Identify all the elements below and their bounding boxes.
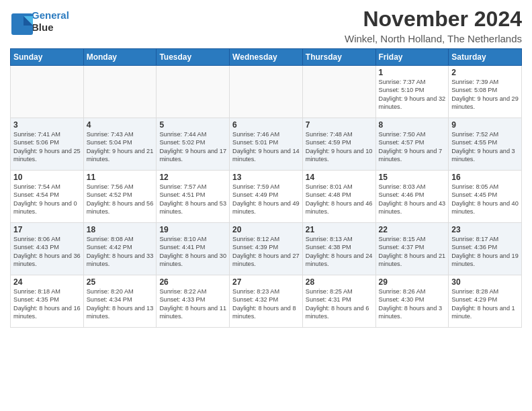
day-number: 11 (87, 173, 154, 182)
day-info: Sunrise: 7:41 AM Sunset: 5:06 PM Dayligh… (13, 130, 81, 164)
day-info: Sunrise: 7:50 AM Sunset: 4:57 PM Dayligh… (379, 130, 446, 164)
header-sunday: Sunday (11, 49, 84, 66)
day-number: 20 (232, 225, 300, 234)
calendar-table: Sunday Monday Tuesday Wednesday Thursday… (10, 48, 522, 328)
day-number: 30 (451, 277, 519, 287)
table-row: 15Sunrise: 8:03 AM Sunset: 4:46 PM Dayli… (375, 171, 449, 223)
day-number: 6 (232, 120, 300, 130)
day-info: Sunrise: 8:10 AM Sunset: 4:41 PM Dayligh… (159, 235, 226, 269)
day-info: Sunrise: 7:39 AM Sunset: 5:08 PM Dayligh… (451, 78, 519, 111)
day-info: Sunrise: 8:08 AM Sunset: 4:42 PM Dayligh… (87, 235, 154, 269)
day-number: 23 (451, 225, 519, 234)
day-info: Sunrise: 7:37 AM Sunset: 5:10 PM Dayligh… (379, 78, 446, 111)
table-row: 28Sunrise: 8:25 AM Sunset: 4:31 PM Dayli… (302, 275, 375, 328)
title-area: November 2024 Winkel, North Holland, The… (345, 7, 522, 44)
day-info: Sunrise: 8:15 AM Sunset: 4:37 PM Dayligh… (379, 235, 446, 269)
table-row: 10Sunrise: 7:54 AM Sunset: 4:54 PM Dayli… (11, 171, 84, 223)
table-row: 25Sunrise: 8:20 AM Sunset: 4:34 PM Dayli… (83, 275, 157, 328)
day-number: 28 (306, 277, 373, 287)
day-info: Sunrise: 7:54 AM Sunset: 4:54 PM Dayligh… (13, 183, 81, 216)
header-tuesday: Tuesday (157, 49, 230, 66)
day-info: Sunrise: 8:01 AM Sunset: 4:48 PM Dayligh… (306, 183, 373, 216)
day-number: 4 (87, 120, 154, 130)
table-row: 12Sunrise: 7:57 AM Sunset: 4:51 PM Dayli… (157, 171, 230, 223)
day-info: Sunrise: 7:52 AM Sunset: 4:55 PM Dayligh… (451, 130, 519, 164)
day-number: 2 (451, 68, 519, 77)
day-number: 21 (306, 225, 373, 234)
day-info: Sunrise: 7:48 AM Sunset: 4:59 PM Dayligh… (306, 130, 373, 164)
table-row: 7Sunrise: 7:48 AM Sunset: 4:59 PM Daylig… (302, 118, 375, 171)
month-title: November 2024 (345, 7, 522, 32)
day-info: Sunrise: 8:23 AM Sunset: 4:32 PM Dayligh… (232, 287, 300, 321)
table-row: 4Sunrise: 7:43 AM Sunset: 5:04 PM Daylig… (83, 118, 157, 171)
table-row: 22Sunrise: 8:15 AM Sunset: 4:37 PM Dayli… (375, 223, 449, 275)
table-row: 30Sunrise: 8:28 AM Sunset: 4:29 PM Dayli… (449, 275, 522, 328)
day-number: 17 (13, 225, 81, 234)
day-info: Sunrise: 8:18 AM Sunset: 4:35 PM Dayligh… (13, 287, 81, 321)
day-info: Sunrise: 8:26 AM Sunset: 4:30 PM Dayligh… (379, 287, 446, 321)
day-number: 7 (306, 120, 373, 130)
logo: General Blue (10, 9, 69, 34)
day-number: 15 (379, 173, 446, 182)
day-number: 5 (159, 120, 226, 130)
day-number: 22 (379, 225, 446, 234)
day-info: Sunrise: 8:06 AM Sunset: 4:43 PM Dayligh… (13, 235, 81, 269)
day-info: Sunrise: 8:25 AM Sunset: 4:31 PM Dayligh… (306, 287, 373, 321)
day-number: 26 (159, 277, 226, 287)
table-row: 17Sunrise: 8:06 AM Sunset: 4:43 PM Dayli… (11, 223, 84, 275)
table-row: 18Sunrise: 8:08 AM Sunset: 4:42 PM Dayli… (83, 223, 157, 275)
day-number: 29 (379, 277, 446, 287)
table-row: 3Sunrise: 7:41 AM Sunset: 5:06 PM Daylig… (11, 118, 84, 171)
day-number: 13 (232, 173, 300, 182)
header-thursday: Thursday (302, 49, 375, 66)
day-info: Sunrise: 7:46 AM Sunset: 5:01 PM Dayligh… (232, 130, 300, 164)
calendar-week-row: 17Sunrise: 8:06 AM Sunset: 4:43 PM Dayli… (11, 223, 522, 275)
table-row: 19Sunrise: 8:10 AM Sunset: 4:41 PM Dayli… (157, 223, 230, 275)
table-row: 14Sunrise: 8:01 AM Sunset: 4:48 PM Dayli… (302, 171, 375, 223)
table-row: 24Sunrise: 8:18 AM Sunset: 4:35 PM Dayli… (11, 275, 84, 328)
table-row: 5Sunrise: 7:44 AM Sunset: 5:02 PM Daylig… (157, 118, 230, 171)
day-number: 24 (13, 277, 81, 287)
day-info: Sunrise: 8:17 AM Sunset: 4:36 PM Dayligh… (451, 235, 519, 269)
logo-text: General Blue (32, 9, 69, 34)
table-row (83, 66, 157, 118)
table-row (157, 66, 230, 118)
table-row: 23Sunrise: 8:17 AM Sunset: 4:36 PM Dayli… (449, 223, 522, 275)
day-number: 18 (87, 225, 154, 234)
day-info: Sunrise: 8:12 AM Sunset: 4:39 PM Dayligh… (232, 235, 300, 269)
table-row: 6Sunrise: 7:46 AM Sunset: 5:01 PM Daylig… (230, 118, 303, 171)
table-row: 9Sunrise: 7:52 AM Sunset: 4:55 PM Daylig… (449, 118, 522, 171)
day-number: 9 (451, 120, 519, 130)
day-number: 8 (379, 120, 446, 130)
day-info: Sunrise: 8:20 AM Sunset: 4:34 PM Dayligh… (87, 287, 154, 321)
day-number: 1 (379, 68, 446, 77)
day-info: Sunrise: 7:57 AM Sunset: 4:51 PM Dayligh… (159, 183, 226, 216)
table-row (230, 66, 303, 118)
table-row: 13Sunrise: 7:59 AM Sunset: 4:49 PM Dayli… (230, 171, 303, 223)
day-number: 16 (451, 173, 519, 182)
day-info: Sunrise: 8:22 AM Sunset: 4:33 PM Dayligh… (159, 287, 226, 321)
day-number: 14 (306, 173, 373, 182)
header-friday: Friday (375, 49, 449, 66)
day-number: 27 (232, 277, 300, 287)
table-row: 11Sunrise: 7:56 AM Sunset: 4:52 PM Dayli… (83, 171, 157, 223)
day-info: Sunrise: 7:59 AM Sunset: 4:49 PM Dayligh… (232, 183, 300, 216)
table-row: 21Sunrise: 8:13 AM Sunset: 4:38 PM Dayli… (302, 223, 375, 275)
day-number: 19 (159, 225, 226, 234)
day-info: Sunrise: 7:43 AM Sunset: 5:04 PM Dayligh… (87, 130, 154, 164)
header-monday: Monday (83, 49, 157, 66)
calendar-week-row: 10Sunrise: 7:54 AM Sunset: 4:54 PM Dayli… (11, 171, 522, 223)
calendar-header-row: Sunday Monday Tuesday Wednesday Thursday… (11, 49, 522, 66)
day-number: 10 (13, 173, 81, 182)
header: General Blue November 2024 Winkel, North… (10, 7, 522, 44)
table-row: 8Sunrise: 7:50 AM Sunset: 4:57 PM Daylig… (375, 118, 449, 171)
calendar-week-row: 3Sunrise: 7:41 AM Sunset: 5:06 PM Daylig… (11, 118, 522, 171)
table-row: 16Sunrise: 8:05 AM Sunset: 4:45 PM Dayli… (449, 171, 522, 223)
day-info: Sunrise: 7:44 AM Sunset: 5:02 PM Dayligh… (159, 130, 226, 164)
table-row (302, 66, 375, 118)
table-row (11, 66, 84, 118)
day-info: Sunrise: 7:56 AM Sunset: 4:52 PM Dayligh… (87, 183, 154, 216)
day-info: Sunrise: 8:03 AM Sunset: 4:46 PM Dayligh… (379, 183, 446, 216)
location-title: Winkel, North Holland, The Netherlands (345, 33, 522, 44)
table-row: 2Sunrise: 7:39 AM Sunset: 5:08 PM Daylig… (449, 66, 522, 118)
